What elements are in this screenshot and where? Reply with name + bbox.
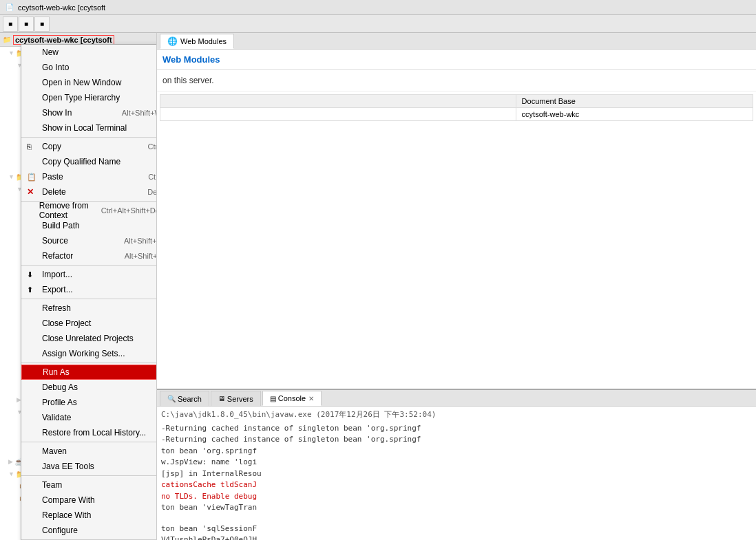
separator	[21, 299, 157, 299]
context-menu-item-type-hierarchy[interactable]: Open Type Hierarchy F4	[21, 90, 157, 105]
servers-icon: 🖥	[218, 395, 225, 402]
context-menu-item-new[interactable]: New ▶	[21, 45, 157, 60]
context-menu-item-configure[interactable]: Configure ▶	[21, 523, 157, 538]
toolbar-btn-2[interactable]: ■	[19, 17, 34, 32]
col-header-document-base: Document Base	[516, 95, 753, 108]
context-menu-item-open-new-window[interactable]: Open in New Window	[21, 75, 157, 90]
console-line: w.JspView: name 'logi	[161, 457, 752, 468]
toolbar-btn-3[interactable]: ■	[34, 17, 50, 32]
context-menu: New ▶ Go Into Open in New Window	[21, 44, 157, 540]
web-modules-table[interactable]: Document Base ccytsoft-web-wkc	[157, 91, 756, 389]
context-menu-item-java-ee-tools[interactable]: Java EE Tools ▶	[21, 459, 157, 474]
context-menu-item-debug-as[interactable]: Debug As ▶	[21, 380, 157, 395]
context-menu-item-go-into[interactable]: Go Into	[21, 60, 157, 75]
right-panel: 🌐 Web Modules Web Modules on this server…	[157, 33, 756, 540]
context-menu-item-remove-context[interactable]: Remove from Context Ctrl+Alt+Shift+Down	[21, 203, 157, 218]
toolbar: ■ ■ ■	[0, 15, 756, 33]
tab-web-modules[interactable]: 🌐 Web Modules	[160, 34, 234, 49]
content-area: Web Modules on this server. Document Bas…	[157, 50, 756, 389]
context-menu-item-assign-working-sets[interactable]: Assign Working Sets...	[21, 346, 157, 361]
web-modules-description: on this server.	[157, 70, 756, 91]
console-line: ton bean 'sqlSessionF	[161, 523, 752, 535]
context-menu-item-show-in[interactable]: Show In Alt+Shift+W ▶	[21, 105, 157, 120]
context-menu-item-build-path[interactable]: Build Path ▶	[21, 218, 157, 233]
context-menu-item-import[interactable]: ⬇ Import...	[21, 267, 157, 282]
bottom-panel: 🔍 Search 🖥 Servers ▤ Console ✕ C:	[157, 389, 756, 540]
context-menu-item-refresh[interactable]: Refresh F5	[21, 301, 157, 316]
context-menu-item-restore-history[interactable]: Restore from Local History...	[21, 425, 157, 440]
console-line: V4TusnhlePsDa7+Q0eOJH	[161, 534, 752, 540]
console-line: -Returning cached instance of singleton …	[161, 434, 752, 446]
console-line: -Returning cached instance of singleton …	[161, 423, 752, 435]
context-menu-item-profile-as[interactable]: Profile As ▶	[21, 395, 157, 410]
separator	[21, 363, 157, 363]
context-menu-item-copy-qualified[interactable]: Copy Qualified Name	[21, 154, 157, 169]
context-menu-item-copy[interactable]: ⎘ Copy Ctrl+C	[21, 139, 157, 154]
search-icon: 🔍	[167, 395, 176, 402]
tab-search[interactable]: 🔍 Search	[160, 391, 209, 406]
context-menu-item-paste[interactable]: 📋 Paste Ctrl+V	[21, 169, 157, 184]
context-menu-overlay: New ▶ Go Into Open in New Window	[0, 33, 156, 540]
console-line: cationsCache tldScanJ	[161, 479, 752, 491]
modules-table: Document Base ccytsoft-web-wkc	[160, 94, 753, 121]
console-line: [jsp] in InternalResou	[161, 468, 752, 480]
tab-bar: 🌐 Web Modules	[157, 33, 756, 50]
context-menu-item-replace-with[interactable]: Replace With ▶	[21, 508, 157, 523]
console-line: ton bean 'viewTagTran	[161, 502, 752, 514]
col-header-1	[160, 95, 516, 108]
tab-console[interactable]: ▤ Console ✕	[262, 391, 322, 406]
context-menu-item-close-unrelated[interactable]: Close Unrelated Projects	[21, 331, 157, 346]
context-menu-item-source[interactable]: Source Alt+Shift+S ▶	[21, 233, 157, 248]
context-menu-item-show-local-terminal[interactable]: Show in Local Terminal ▶	[21, 120, 157, 136]
separator	[21, 265, 157, 266]
context-menu-item-validate[interactable]: Validate	[21, 410, 157, 425]
console-line: ton bean 'org.springf	[161, 446, 752, 457]
toolbar-btn-1[interactable]: ■	[3, 17, 18, 32]
web-icon: 🌐	[167, 36, 178, 46]
file-tree-panel: 📁 ccytsoft-web-wkc [ccytsoft ▼ 📁 src/mai…	[0, 33, 157, 540]
separator	[21, 475, 157, 476]
title-bar: 📄 ccytsoft-web-wkc [ccytsoft	[0, 0, 756, 15]
console-line: no TLDs. Enable debug	[161, 491, 752, 503]
separator	[21, 137, 157, 138]
window-title: ccytsoft-web-wkc [ccytsoft	[18, 3, 105, 12]
separator	[21, 442, 157, 442]
console-content[interactable]: C:\java\jdk1.8.0_45\bin\javaw.exe (2017年…	[157, 407, 756, 540]
tab-servers[interactable]: 🖥 Servers	[211, 391, 261, 406]
close-icon[interactable]: ✕	[308, 395, 314, 402]
context-menu-item-run-as[interactable]: Run As ▶	[21, 365, 157, 380]
context-menu-item-team[interactable]: Team ▶	[21, 477, 157, 493]
web-modules-header: Web Modules	[157, 50, 756, 70]
context-menu-item-refactor[interactable]: Refactor Alt+Shift+T ▶	[21, 248, 157, 263]
web-modules-title: Web Modules	[162, 54, 220, 65]
console-icon: ▤	[270, 395, 276, 402]
bottom-tab-bar: 🔍 Search 🖥 Servers ▤ Console ✕	[157, 390, 756, 407]
context-menu-item-compare-with[interactable]: Compare With ▶	[21, 493, 157, 508]
console-line	[161, 514, 752, 523]
context-menu-item-export[interactable]: ⬆ Export...	[21, 282, 157, 297]
table-row: ccytsoft-web-wkc	[160, 108, 753, 121]
console-path: C:\java\jdk1.8.0_45\bin\javaw.exe (2017年…	[161, 409, 752, 421]
context-menu-item-close-project[interactable]: Close Project	[21, 316, 157, 331]
context-menu-item-maven[interactable]: Maven ▶	[21, 444, 157, 459]
context-menu-item-delete[interactable]: ✕ Delete Delete	[21, 184, 157, 199]
tab-label: Web Modules	[180, 37, 227, 45]
doc-base-cell: ccytsoft-web-wkc	[516, 108, 753, 121]
